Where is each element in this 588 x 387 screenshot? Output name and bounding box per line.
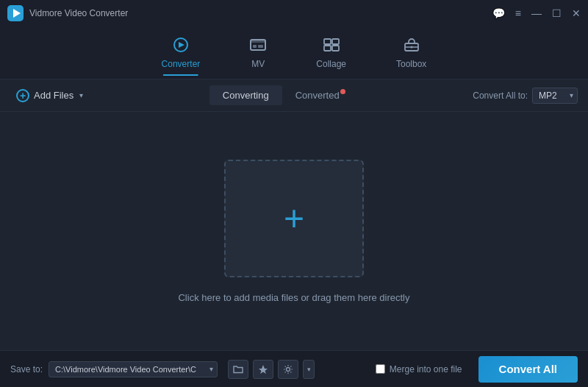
add-circle-icon: + xyxy=(16,89,29,102)
title-bar-controls: 💬 ≡ — ☐ ✕ xyxy=(492,8,581,18)
convert-all-to-label: Convert All to: xyxy=(473,90,528,101)
svg-point-16 xyxy=(287,367,290,371)
drop-zone[interactable]: + xyxy=(224,160,364,277)
tab-collage[interactable]: Collage xyxy=(306,33,356,72)
add-files-button[interactable]: + Add Files ▾ xyxy=(10,86,89,105)
tab-mv[interactable]: MV xyxy=(240,33,276,72)
tab-toolbox-label: Toolbox xyxy=(396,59,426,69)
drop-hint-text: Click here to add media files or drag th… xyxy=(178,292,409,303)
save-to-label: Save to: xyxy=(10,364,43,374)
collage-icon xyxy=(323,38,340,56)
settings-button[interactable] xyxy=(278,360,298,379)
tab-converter[interactable]: Converter xyxy=(151,33,211,72)
main-content: + Click here to add media files or drag … xyxy=(0,112,588,350)
convert-all-button[interactable]: Convert All xyxy=(478,356,578,383)
add-files-label: Add Files xyxy=(34,90,74,101)
app-title: Vidmore Video Converter xyxy=(29,8,128,18)
chat-icon[interactable]: 💬 xyxy=(492,8,505,18)
tab-collage-label: Collage xyxy=(316,59,346,69)
toolbox-icon xyxy=(404,38,420,56)
settings-dropdown-arrow-icon: ▾ xyxy=(307,366,311,373)
settings-dropdown-button[interactable]: ▾ xyxy=(303,360,315,379)
converter-icon xyxy=(173,38,189,56)
svg-rect-9 xyxy=(332,39,339,44)
add-dropdown-arrow-icon[interactable]: ▾ xyxy=(79,91,83,99)
tab-converter-label: Converter xyxy=(162,59,201,69)
svg-rect-8 xyxy=(324,39,331,44)
minimize-icon[interactable]: — xyxy=(531,8,542,18)
save-path-dropdown-icon[interactable]: ▾ xyxy=(209,365,213,373)
title-bar: Vidmore Video Converter 💬 ≡ — ☐ ✕ xyxy=(0,0,588,26)
sub-tab-converted[interactable]: Converted xyxy=(282,85,353,105)
open-folder-button[interactable] xyxy=(228,360,248,379)
title-bar-left: Vidmore Video Converter xyxy=(7,5,128,21)
nav-tabs: Converter MV Collage xyxy=(0,26,588,79)
drop-zone-plus-icon: + xyxy=(284,201,304,236)
sub-tab-converting[interactable]: Converting xyxy=(209,85,282,105)
svg-marker-3 xyxy=(179,42,184,48)
restore-icon[interactable]: ☐ xyxy=(552,8,562,18)
toolbar: + Add Files ▾ Converting Converted Conve… xyxy=(0,79,588,112)
tab-mv-label: MV xyxy=(251,59,265,69)
save-path-input[interactable] xyxy=(49,361,218,377)
converted-dot xyxy=(340,89,345,94)
tab-toolbox[interactable]: Toolbox xyxy=(386,33,437,72)
close-icon[interactable]: ✕ xyxy=(572,8,581,18)
svg-marker-15 xyxy=(259,365,268,374)
mv-icon xyxy=(250,38,266,56)
format-select[interactable]: MP2 MP4 MKV AVI MOV MP3 AAC xyxy=(532,88,578,104)
accelerate-button[interactable] xyxy=(253,360,273,379)
merge-wrapper: Merge into one file xyxy=(376,364,462,374)
svg-rect-10 xyxy=(324,46,331,51)
svg-rect-5 xyxy=(251,40,265,43)
footer: Save to: ▾ ▾ Merge int xyxy=(0,350,588,387)
menu-icon[interactable]: ≡ xyxy=(515,8,521,18)
save-path-wrapper: ▾ xyxy=(49,361,218,377)
merge-checkbox[interactable] xyxy=(376,364,385,374)
app-logo xyxy=(7,5,24,21)
svg-rect-11 xyxy=(332,46,339,51)
svg-rect-7 xyxy=(258,45,263,48)
format-select-wrapper: MP2 MP4 MKV AVI MOV MP3 AAC xyxy=(532,88,578,104)
svg-point-14 xyxy=(410,46,412,49)
footer-icons: ▾ xyxy=(228,360,315,379)
merge-label: Merge into one file xyxy=(390,364,462,374)
sub-tabs: Converting Converted xyxy=(209,85,353,105)
svg-rect-6 xyxy=(253,45,257,48)
